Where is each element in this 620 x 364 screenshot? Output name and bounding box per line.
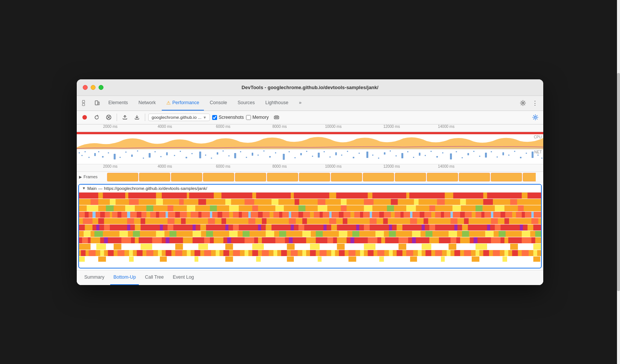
- svg-rect-224: [395, 218, 404, 224]
- url-dropdown[interactable]: googlechrome.github.io ... ▼: [148, 114, 210, 121]
- svg-rect-165: [187, 212, 191, 218]
- svg-rect-403: [262, 250, 269, 256]
- svg-rect-101: [187, 193, 189, 199]
- screenshots-checkbox[interactable]: [212, 115, 217, 120]
- svg-rect-324: [135, 237, 138, 243]
- tab-console[interactable]: Console: [205, 96, 232, 111]
- svg-rect-169: [229, 212, 233, 218]
- svg-rect-434: [98, 256, 106, 262]
- tab-elements[interactable]: Elements: [104, 96, 132, 111]
- svg-rect-350: [398, 237, 408, 243]
- minimize-button[interactable]: [91, 85, 96, 90]
- svg-rect-243: [160, 224, 163, 231]
- svg-rect-81: [468, 153, 469, 155]
- download-button[interactable]: [132, 112, 142, 122]
- close-button[interactable]: [83, 85, 88, 90]
- svg-rect-32: [174, 155, 175, 156]
- svg-rect-248: [212, 224, 219, 231]
- devtools-window: DevTools - googlechrome.github.io/devtoo…: [77, 79, 543, 285]
- svg-rect-19: [98, 151, 99, 152]
- svg-rect-53: [300, 153, 302, 155]
- memory-checkbox-label[interactable]: Memory: [246, 115, 269, 120]
- tab-lighthouse[interactable]: Lighthouse: [261, 96, 293, 111]
- svg-rect-128: [460, 199, 466, 205]
- svg-rect-340: [296, 237, 302, 243]
- svg-rect-268: [429, 224, 435, 231]
- svg-rect-45: [252, 153, 253, 156]
- svg-rect-167: [210, 212, 212, 218]
- svg-rect-406: [291, 250, 298, 256]
- svg-rect-210: [208, 218, 215, 224]
- svg-rect-284: [133, 231, 140, 237]
- svg-rect-182: [360, 212, 363, 218]
- svg-rect-446: [472, 256, 479, 262]
- svg-rect-321: [104, 237, 108, 243]
- svg-rect-198: [522, 212, 525, 218]
- maximize-button[interactable]: [99, 85, 103, 90]
- cpu-label: CPU: [534, 135, 542, 139]
- inspector-icon[interactable]: [80, 98, 90, 108]
- svg-rect-430: [522, 250, 529, 256]
- tab-sources[interactable]: Sources: [233, 96, 259, 111]
- memory-checkbox[interactable]: [246, 115, 251, 120]
- tab-summary[interactable]: Summary: [81, 270, 107, 285]
- svg-rect-96: [107, 173, 536, 182]
- svg-rect-205: [141, 218, 145, 224]
- svg-rect-48: [269, 156, 271, 158]
- svg-rect-275: [506, 224, 514, 231]
- svg-rect-351: [412, 237, 416, 243]
- menu-icon[interactable]: ⋮: [530, 98, 540, 108]
- svg-rect-104: [291, 193, 294, 199]
- svg-rect-160: [137, 212, 141, 218]
- svg-rect-152: [518, 205, 524, 211]
- flame-chart[interactable]: [79, 193, 541, 268]
- tab-more[interactable]: »: [294, 96, 306, 111]
- svg-rect-154: [85, 212, 88, 218]
- svg-rect-221: [354, 218, 364, 224]
- svg-rect-2: [95, 101, 98, 105]
- reload-record-button[interactable]: [92, 112, 102, 122]
- svg-rect-312: [474, 231, 479, 237]
- svg-rect-110: [522, 193, 527, 199]
- clear-button[interactable]: [104, 112, 114, 122]
- svg-rect-343: [327, 237, 333, 243]
- chevron-down-icon: ▼: [203, 115, 207, 120]
- svg-rect-123: [341, 199, 346, 205]
- toolbar-right: [530, 112, 540, 122]
- device-toolbar-icon[interactable]: [92, 98, 102, 108]
- svg-rect-227: [435, 218, 445, 224]
- tab-performance[interactable]: ⚠ Performance: [162, 96, 204, 111]
- svg-rect-380: [476, 244, 487, 250]
- screenshots-checkbox-label[interactable]: Screenshots: [212, 115, 244, 120]
- svg-rect-319: [82, 237, 88, 243]
- svg-rect-276: [520, 224, 523, 231]
- svg-rect-170: [239, 212, 242, 218]
- settings-icon[interactable]: [518, 98, 528, 108]
- svg-rect-347: [368, 237, 378, 243]
- svg-rect-325: [143, 237, 148, 243]
- tab-bottom-up[interactable]: Bottom-Up: [110, 270, 139, 285]
- svg-rect-20: [102, 156, 103, 158]
- svg-rect-247: [200, 224, 206, 231]
- svg-rect-366: [96, 244, 106, 250]
- svg-rect-371: [225, 244, 233, 250]
- svg-rect-229: [464, 218, 468, 224]
- svg-rect-79: [456, 151, 457, 152]
- upload-button[interactable]: [120, 112, 130, 122]
- svg-rect-140: [252, 205, 258, 211]
- svg-rect-120: [272, 199, 278, 205]
- svg-rect-439: [256, 256, 261, 262]
- svg-rect-442: [348, 256, 356, 262]
- settings-gear-icon[interactable]: [530, 112, 540, 122]
- tab-event-log[interactable]: Event Log: [170, 270, 197, 285]
- memory-icon[interactable]: [272, 112, 281, 122]
- tab-call-tree[interactable]: Call Tree: [142, 270, 167, 285]
- tab-network[interactable]: Network: [134, 96, 160, 111]
- record-button[interactable]: [80, 112, 90, 122]
- svg-rect-66: [378, 158, 379, 159]
- svg-rect-143: [318, 205, 327, 211]
- svg-rect-367: [114, 244, 121, 250]
- svg-rect-135: [146, 205, 153, 211]
- svg-rect-355: [451, 237, 456, 243]
- svg-rect-39: [217, 152, 218, 155]
